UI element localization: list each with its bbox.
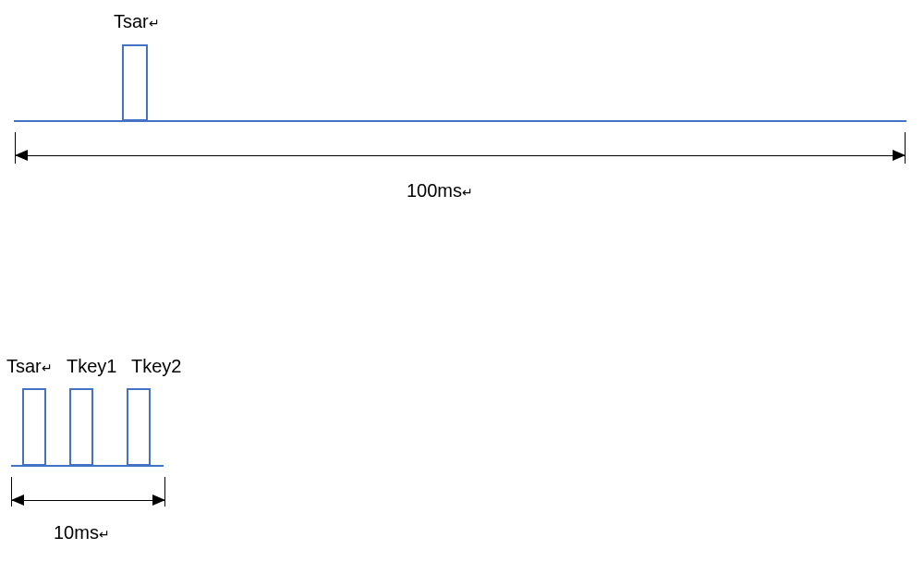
return-char-icon: ↵ bbox=[42, 360, 53, 375]
bottom-arrow-label: 10ms↵ bbox=[54, 522, 110, 543]
return-char-icon: ↵ bbox=[149, 16, 160, 31]
top-arrow-head-right bbox=[893, 150, 906, 161]
bottom-arrow-head-left bbox=[11, 494, 24, 506]
top-pulse-tsar bbox=[122, 44, 148, 121]
bottom-tkey1-label: Tkey1 bbox=[67, 356, 116, 377]
bottom-arrow-head-right bbox=[152, 494, 165, 506]
top-arrow-head-left bbox=[15, 150, 28, 161]
top-tsar-text: Tsar bbox=[114, 11, 149, 31]
bottom-pulse-tkey2 bbox=[127, 388, 151, 466]
top-tsar-label: Tsar↵ bbox=[114, 11, 160, 32]
return-char-icon: ↵ bbox=[99, 527, 110, 542]
bottom-baseline bbox=[11, 465, 164, 467]
top-arrow-line bbox=[15, 155, 906, 156]
bottom-tkey2-label: Tkey2 bbox=[131, 356, 181, 377]
bottom-pulse-tsar bbox=[22, 388, 46, 466]
return-char-icon: ↵ bbox=[462, 185, 473, 200]
bottom-arrow-text: 10ms bbox=[54, 522, 99, 543]
top-arrow-label: 100ms↵ bbox=[407, 180, 473, 201]
bottom-pulse-tkey1 bbox=[69, 388, 93, 466]
bottom-arrow-line bbox=[11, 500, 165, 501]
top-arrow-text: 100ms bbox=[407, 180, 462, 201]
top-baseline bbox=[14, 120, 906, 122]
bottom-tsar-label: Tsar↵ bbox=[6, 356, 53, 377]
bottom-tsar-text: Tsar bbox=[6, 356, 42, 376]
bottom-tkey2-text: Tkey2 bbox=[131, 356, 181, 376]
bottom-tkey1-text: Tkey1 bbox=[67, 356, 116, 376]
